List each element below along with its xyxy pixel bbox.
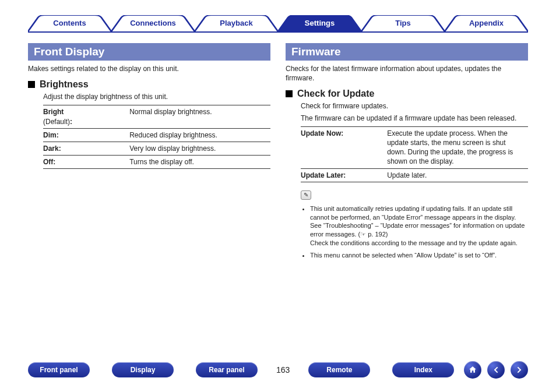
opt-value: Normal display brightness. [129, 105, 270, 128]
content-columns: Front Display Makes settings related to … [28, 43, 528, 345]
opt-value: Execute the update process. When the upd… [387, 126, 528, 168]
note-item: This menu cannot be selected when “Allow… [310, 251, 528, 260]
opt-label: Update Later: [301, 168, 387, 182]
firmware-intro: Checks for the latest firmware informati… [286, 64, 528, 83]
check-update-desc1: Check for firmware updates. [301, 101, 528, 111]
subheader-brightness: Brightness [28, 79, 270, 90]
table-row: Dark: Very low display brightness. [43, 142, 270, 155]
opt-label: Dim: [43, 128, 129, 142]
nav-underline [28, 31, 528, 33]
display-button[interactable]: Display [112, 362, 174, 377]
index-button[interactable]: Index [392, 362, 454, 377]
opt-label: Update Now: [301, 126, 387, 168]
section-header-firmware: Firmware [286, 43, 528, 61]
home-icon[interactable] [464, 361, 481, 379]
opt-value: Very low display brightness. [129, 142, 270, 155]
pencil-note-icon: ✎ [301, 190, 311, 200]
brightness-desc: Adjust the display brightness of this un… [43, 92, 270, 101]
tab-connections[interactable]: Connections [111, 15, 195, 31]
tab-appendix[interactable]: Appendix [445, 15, 528, 31]
subheader-brightness-label: Brightness [40, 79, 89, 90]
prev-page-icon[interactable] [487, 361, 505, 379]
opt-value: Update later. [387, 168, 528, 182]
next-page-icon[interactable] [511, 361, 528, 379]
remote-button[interactable]: Remote [308, 362, 370, 377]
nav-icons [464, 361, 528, 379]
tab-label: Settings [305, 19, 335, 27]
note-box: ✎ This unit automatically retries updati… [301, 190, 528, 260]
tab-contents[interactable]: Contents [28, 15, 111, 31]
opt-label: Off: [43, 156, 129, 169]
tab-tips[interactable]: Tips [361, 15, 445, 31]
opt-colon: : [70, 118, 72, 126]
tab-label: Tips [395, 19, 411, 27]
opt-label: Bright [43, 108, 64, 116]
subheader-check-update: Check for Update [286, 89, 528, 99]
tab-label: Appendix [469, 19, 504, 27]
table-row: Off: Turns the display off. [43, 156, 270, 169]
section-header-front-display: Front Display [28, 43, 270, 61]
check-update-desc2: The firmware can be updated if a firmwar… [301, 114, 528, 123]
front-panel-button[interactable]: Front panel [28, 362, 90, 377]
opt-value: Turns the display off. [129, 156, 270, 169]
front-display-intro: Makes settings related to the display on… [28, 64, 270, 73]
col-front-display: Front Display Makes settings related to … [28, 43, 270, 345]
table-row: Bright (Default): Normal display brightn… [43, 105, 270, 128]
col-firmware: Firmware Checks for the latest firmware … [286, 43, 528, 345]
note-item: This unit automatically retries updating… [310, 204, 528, 248]
opt-label: Dark: [43, 142, 129, 155]
table-row: Update Now: Execute the update process. … [301, 126, 528, 168]
tab-label: Contents [53, 19, 86, 27]
square-bullet-icon [28, 81, 35, 88]
top-nav: Contents Connections Playback Settings T… [28, 15, 528, 31]
tab-label: Connections [130, 19, 176, 27]
subheader-check-update-label: Check for Update [297, 89, 374, 99]
square-bullet-icon [286, 90, 293, 97]
opt-label-light: (Default) [43, 118, 70, 126]
brightness-table: Bright (Default): Normal display brightn… [43, 105, 270, 169]
tab-playback[interactable]: Playback [195, 15, 278, 31]
table-row: Dim: Reduced display brightness. [43, 128, 270, 142]
tab-label: Playback [220, 19, 252, 27]
footer: Front panel Display Rear panel 163 Remot… [28, 361, 528, 379]
rear-panel-button[interactable]: Rear panel [196, 362, 258, 377]
page-number: 163 [276, 365, 290, 375]
tab-settings[interactable]: Settings [278, 15, 361, 31]
note-list: This unit automatically retries updating… [301, 204, 528, 260]
table-row: Update Later: Update later. [301, 168, 528, 182]
update-table: Update Now: Execute the update process. … [301, 126, 528, 182]
opt-value: Reduced display brightness. [129, 128, 270, 142]
